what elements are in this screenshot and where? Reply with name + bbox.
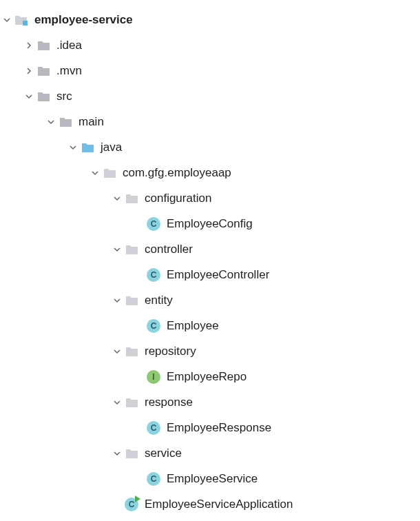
- package-icon: [124, 242, 139, 257]
- tree-label: EmployeeRepo: [167, 370, 246, 384]
- chevron-down-icon[interactable]: [0, 15, 14, 25]
- tree-label: repository: [145, 345, 196, 358]
- tree-item-entity[interactable]: entity: [0, 287, 420, 313]
- tree-label: EmployeeServiceApplication: [145, 498, 293, 511]
- module-icon: [14, 12, 29, 28]
- chevron-right-icon[interactable]: [22, 66, 36, 76]
- class-icon: C: [146, 318, 161, 334]
- chevron-down-icon[interactable]: [110, 245, 124, 254]
- tree-label: EmployeeController: [167, 268, 269, 282]
- tree-item-employee-service-application[interactable]: C EmployeeServiceApplication: [0, 491, 420, 517]
- tree-item-employee[interactable]: C Employee: [0, 313, 420, 338]
- tree-item-employee-response[interactable]: C EmployeeResponse: [0, 415, 420, 440]
- tree-label: .mvn: [56, 64, 82, 78]
- tree-item-employee-service[interactable]: employee-service: [0, 7, 420, 32]
- tree-label: main: [78, 115, 104, 129]
- chevron-down-icon[interactable]: [44, 117, 58, 127]
- chevron-right-icon[interactable]: [22, 41, 36, 50]
- tree-item-employee-config[interactable]: C EmployeeConfig: [0, 211, 420, 236]
- tree-item-src[interactable]: src: [0, 83, 420, 109]
- folder-icon: [58, 114, 73, 130]
- tree-item-employee-repo[interactable]: I EmployeeRepo: [0, 364, 420, 389]
- class-icon: C: [146, 471, 161, 487]
- tree-item-response[interactable]: response: [0, 389, 420, 415]
- chevron-down-icon[interactable]: [110, 449, 124, 458]
- chevron-down-icon[interactable]: [88, 168, 102, 178]
- class-icon: C: [146, 216, 161, 232]
- tree-item-service[interactable]: service: [0, 440, 420, 466]
- tree-item-configuration[interactable]: configuration: [0, 185, 420, 211]
- tree-item-java[interactable]: java: [0, 134, 420, 160]
- tree-label: EmployeeConfig: [167, 217, 253, 231]
- run-badge-icon: [135, 496, 140, 502]
- tree-item-idea[interactable]: .idea: [0, 32, 420, 58]
- chevron-down-icon[interactable]: [110, 347, 124, 356]
- folder-icon: [36, 63, 51, 79]
- tree-item-controller[interactable]: controller: [0, 236, 420, 262]
- project-tree: employee-service .idea .mvn src main jav…: [0, 7, 420, 517]
- tree-label: entity: [145, 294, 173, 307]
- tree-item-employee-controller[interactable]: C EmployeeController: [0, 262, 420, 287]
- folder-icon: [36, 38, 51, 53]
- tree-label: service: [145, 447, 182, 460]
- tree-item-repository[interactable]: repository: [0, 338, 420, 364]
- package-icon: [124, 191, 139, 206]
- source-folder-icon: [80, 140, 95, 155]
- chevron-down-icon[interactable]: [22, 92, 36, 101]
- tree-item-package[interactable]: com.gfg.employeaap: [0, 160, 420, 185]
- tree-label: employee-service: [34, 13, 133, 27]
- chevron-down-icon[interactable]: [66, 143, 80, 152]
- class-icon: C: [146, 420, 161, 436]
- package-icon: [124, 293, 139, 308]
- tree-label: java: [101, 141, 122, 154]
- chevron-down-icon[interactable]: [110, 398, 124, 407]
- package-icon: [124, 446, 139, 461]
- runnable-class-icon: C: [124, 497, 139, 512]
- chevron-down-icon[interactable]: [110, 194, 124, 203]
- tree-label: Employee: [167, 319, 219, 333]
- tree-label: response: [145, 396, 193, 409]
- tree-item-main[interactable]: main: [0, 109, 420, 134]
- tree-label: EmployeeService: [167, 472, 258, 486]
- tree-item-mvn[interactable]: .mvn: [0, 58, 420, 83]
- interface-icon: I: [146, 369, 161, 385]
- tree-label: src: [56, 90, 72, 103]
- tree-label: com.gfg.employeaap: [123, 166, 231, 180]
- tree-label: configuration: [145, 192, 211, 205]
- tree-label: .idea: [56, 39, 82, 52]
- tree-label: controller: [145, 243, 193, 256]
- package-icon: [102, 165, 117, 181]
- tree-label: EmployeeResponse: [167, 421, 271, 435]
- package-icon: [124, 395, 139, 410]
- class-icon: C: [146, 267, 161, 283]
- chevron-down-icon[interactable]: [110, 296, 124, 305]
- tree-item-employee-service-class[interactable]: C EmployeeService: [0, 466, 420, 491]
- folder-icon: [36, 89, 51, 104]
- package-icon: [124, 344, 139, 359]
